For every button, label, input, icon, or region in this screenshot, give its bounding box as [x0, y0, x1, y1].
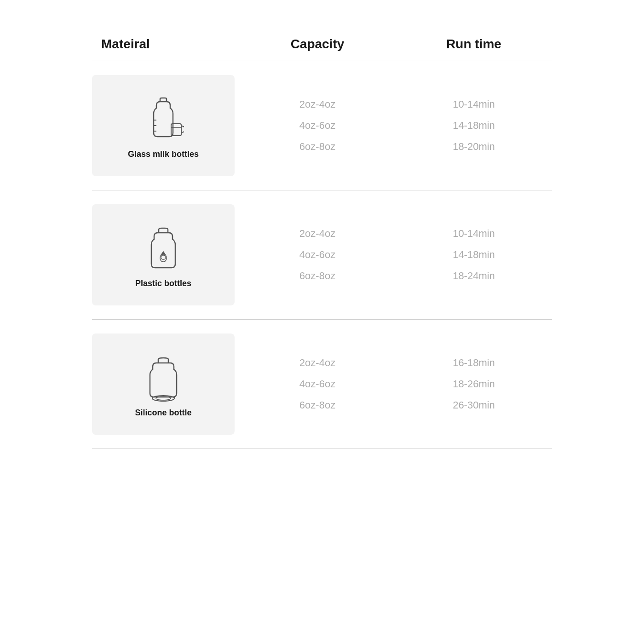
capacity-cell-plastic: 2oz-4oz 4oz-6oz 6oz-8oz — [239, 228, 396, 282]
plastic-bottle-icon — [143, 226, 184, 272]
material-cell-glass: Glass milk bottles — [92, 75, 235, 176]
capacity-value: 6oz-8oz — [299, 141, 335, 153]
runtime-cell-silicone: 16-18min 18-26min 26-30min — [396, 357, 552, 411]
capacity-value: 6oz-8oz — [299, 270, 335, 282]
runtime-value: 14-18min — [453, 249, 495, 261]
capacity-value: 2oz-4oz — [299, 228, 335, 240]
svg-point-6 — [161, 255, 162, 256]
runtime-value: 16-18min — [453, 357, 495, 369]
material-column-header: Mateiral — [92, 37, 239, 52]
runtime-value: 18-20min — [453, 141, 495, 153]
plastic-material-name: Plastic bottles — [135, 279, 191, 288]
runtime-value: 10-14min — [453, 98, 495, 110]
runtime-value: 10-14min — [453, 228, 495, 240]
runtime-value: 18-26min — [453, 378, 495, 390]
runtime-cell-plastic: 10-14min 14-18min 18-24min — [396, 228, 552, 282]
capacity-value: 2oz-4oz — [299, 357, 335, 369]
table-row: Silicone bottle 2oz-4oz 4oz-6oz 6oz-8oz … — [92, 320, 552, 449]
table-row: Plastic bottles 2oz-4oz 4oz-6oz 6oz-8oz … — [92, 190, 552, 320]
runtime-cell-glass: 10-14min 14-18min 18-20min — [396, 98, 552, 153]
runtime-value: 14-18min — [453, 120, 495, 132]
silicone-material-name: Silicone bottle — [135, 408, 191, 418]
glass-material-name: Glass milk bottles — [128, 150, 199, 159]
capacity-cell-silicone: 2oz-4oz 4oz-6oz 6oz-8oz — [239, 357, 396, 411]
runtime-column-header: Run time — [396, 37, 552, 52]
capacity-column-header: Capacity — [239, 37, 396, 52]
silicone-bottle-icon — [143, 356, 184, 402]
capacity-value: 4oz-6oz — [299, 120, 335, 132]
runtime-value: 26-30min — [453, 399, 495, 411]
capacity-value: 4oz-6oz — [299, 378, 335, 390]
svg-point-7 — [164, 255, 165, 256]
comparison-table: Mateiral Capacity Run time Glass — [92, 37, 552, 449]
capacity-value: 4oz-6oz — [299, 249, 335, 261]
capacity-value: 6oz-8oz — [299, 399, 335, 411]
glass-bottle-icon — [143, 97, 184, 143]
material-cell-silicone: Silicone bottle — [92, 334, 235, 435]
runtime-value: 18-24min — [453, 270, 495, 282]
table-header: Mateiral Capacity Run time — [92, 37, 552, 61]
table-row: Glass milk bottles 2oz-4oz 4oz-6oz 6oz-8… — [92, 61, 552, 190]
capacity-value: 2oz-4oz — [299, 98, 335, 110]
capacity-cell-glass: 2oz-4oz 4oz-6oz 6oz-8oz — [239, 98, 396, 153]
material-cell-plastic: Plastic bottles — [92, 204, 235, 305]
